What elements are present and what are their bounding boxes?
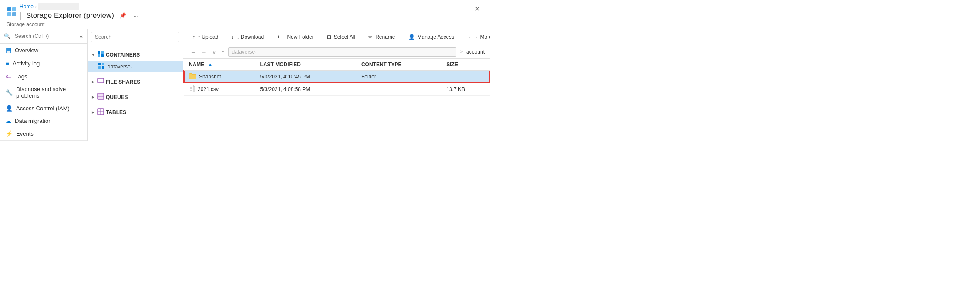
- search-sidebar-icon: 🔍: [4, 33, 10, 39]
- sidebar-item-label-diagnose: Diagnose and solve problems: [16, 86, 82, 99]
- sidebar-item-storage-explorer[interactable]: Storage Explorer (preview): [0, 140, 87, 141]
- table-row[interactable]: 2021.csv 5/3/2021, 4:08:58 PM 13.7 KB: [184, 83, 490, 96]
- svg-rect-19: [98, 93, 104, 99]
- dataverse-icon: [98, 62, 105, 71]
- tree-queues-header[interactable]: ► QUEUES: [88, 91, 183, 103]
- more-icon: ···: [467, 34, 471, 40]
- storage-account-label: Storage account: [0, 20, 490, 29]
- sidebar-item-label-migration: Data migration: [15, 118, 52, 124]
- fileshares-section-icon: [97, 78, 104, 86]
- tree-item-dataverse-label: dataverse-: [108, 64, 132, 70]
- tables-section-icon: [97, 108, 104, 116]
- file-name-2021csv: 2021.csv: [198, 86, 219, 92]
- sidebar-item-tags[interactable]: 🏷 Tags: [0, 70, 87, 83]
- breadcrumb-home[interactable]: Home: [20, 3, 34, 10]
- forward-button[interactable]: →: [199, 48, 209, 56]
- svg-rect-1: [12, 7, 16, 11]
- collapse-sidebar-button[interactable]: «: [79, 33, 84, 40]
- svg-rect-15: [102, 66, 104, 69]
- file-name-cell-2021csv: 2021.csv: [184, 83, 255, 96]
- file-list: NAME ▲ LAST MODIFIED CONTENT TYPE SIZE: [183, 59, 490, 141]
- storage-account-icon: [7, 7, 17, 17]
- tree-item-dataverse[interactable]: dataverse-: [88, 61, 183, 72]
- tree-containers-section: ▼ CONTAINERS: [88, 47, 183, 74]
- left-sidebar: 🔍 « ▦ Overview ≡ Activity log 🏷 Tags: [0, 29, 88, 141]
- svg-rect-0: [7, 7, 11, 11]
- search-sidebar-area: 🔍 «: [0, 29, 87, 44]
- svg-rect-11: [101, 54, 104, 57]
- svg-rect-14: [98, 66, 101, 69]
- tree-fileshares-header[interactable]: ► FILE SHARES: [88, 76, 183, 88]
- sidebar-item-label-activity: Activity log: [13, 60, 40, 67]
- middle-search-input[interactable]: [91, 32, 179, 42]
- tree-containers-header[interactable]: ▼ CONTAINERS: [88, 49, 183, 61]
- sidebar-item-events[interactable]: ⚡ Events: [0, 127, 87, 140]
- svg-rect-3: [12, 12, 16, 16]
- download-button[interactable]: ↓ ↓ Download: [227, 32, 268, 42]
- sidebar-item-access-control[interactable]: 👤 Access Control (IAM): [0, 102, 87, 115]
- select-all-label: Select All: [334, 34, 355, 40]
- svg-rect-10: [98, 54, 100, 57]
- manage-access-button[interactable]: 👤 Manage Access: [404, 32, 458, 42]
- upload-button[interactable]: ↑ ↑ Upload: [189, 32, 222, 42]
- path-input[interactable]: [228, 47, 456, 57]
- middle-search-area: [88, 29, 183, 45]
- sidebar-item-diagnose[interactable]: 🔧 Diagnose and solve problems: [0, 83, 87, 102]
- file-size-snapshot: [441, 71, 490, 83]
- col-last-modified[interactable]: LAST MODIFIED: [255, 59, 356, 71]
- table-header-row: NAME ▲ LAST MODIFIED CONTENT TYPE SIZE: [184, 59, 490, 71]
- up-button[interactable]: ↑: [220, 48, 226, 56]
- sidebar-item-activity-log[interactable]: ≡ Activity log: [0, 57, 87, 70]
- col-name[interactable]: NAME ▲: [184, 59, 255, 71]
- events-icon: ⚡: [6, 130, 13, 137]
- sort-arrow-name: ▲: [208, 61, 213, 68]
- tables-chevron-icon: ►: [91, 110, 95, 115]
- sidebar-item-data-migration[interactable]: ☁ Data migration: [0, 115, 87, 127]
- folder-icon: [189, 73, 196, 80]
- file-table: NAME ▲ LAST MODIFIED CONTENT TYPE SIZE: [183, 59, 490, 96]
- file-content-type-2021csv: [356, 83, 441, 96]
- containers-section-label: CONTAINERS: [106, 52, 140, 58]
- table-row[interactable]: Snapshot 5/3/2021, 4:10:45 PM Folder: [184, 71, 490, 83]
- svg-rect-13: [102, 63, 104, 65]
- csv-file-icon: [189, 85, 195, 93]
- queues-section-label: QUEUES: [106, 94, 128, 100]
- sidebar-item-label-overview: Overview: [15, 47, 38, 54]
- rename-button[interactable]: ✏ Rename: [364, 32, 399, 42]
- more-button[interactable]: ··· ··· More: [463, 32, 490, 42]
- rename-icon: ✏: [368, 34, 373, 40]
- new-folder-button[interactable]: + + New Folder: [273, 32, 318, 42]
- tree-tables-section: ► TABLES: [88, 105, 183, 120]
- sidebar-search-input[interactable]: [12, 32, 77, 41]
- path-end: account: [466, 49, 485, 55]
- access-control-icon: 👤: [6, 105, 13, 112]
- diagnose-icon: 🔧: [6, 89, 13, 96]
- svg-rect-26: [193, 87, 195, 92]
- close-button[interactable]: ✕: [471, 3, 484, 15]
- select-all-button[interactable]: ⊡ Select All: [323, 32, 359, 42]
- col-content-type[interactable]: CONTENT TYPE: [356, 59, 441, 71]
- breadcrumb: Home › — — — — —: [20, 3, 140, 10]
- sidebar-item-label-tags: Tags: [15, 73, 27, 80]
- sidebar-item-overview[interactable]: ▦ Overview: [0, 44, 87, 57]
- svg-rect-16: [98, 78, 104, 83]
- svg-rect-9: [101, 51, 104, 54]
- back-button[interactable]: ←: [189, 48, 198, 56]
- more-label: ··· More: [474, 34, 490, 40]
- upload-label: ↑ Upload: [198, 34, 218, 40]
- download-icon: ↓: [231, 34, 234, 40]
- col-size[interactable]: SIZE: [441, 59, 490, 71]
- sidebar-item-label-access: Access Control (IAM): [16, 105, 70, 112]
- down-button[interactable]: ∨: [210, 48, 218, 56]
- svg-rect-17: [98, 80, 104, 80]
- activity-log-icon: ≡: [6, 60, 9, 67]
- new-folder-label: + New Folder: [283, 34, 314, 40]
- middle-panel: ▼ CONTAINERS: [88, 29, 183, 141]
- tree-tables-header[interactable]: ► TABLES: [88, 106, 183, 118]
- svg-rect-12: [98, 63, 101, 65]
- page-title: Storage Explorer (preview): [26, 11, 114, 20]
- ellipsis-button[interactable]: ···: [131, 11, 141, 20]
- tree-area: ▼ CONTAINERS: [88, 45, 183, 141]
- pin-button[interactable]: 📌: [118, 11, 127, 20]
- file-modified-snapshot: 5/3/2021, 4:10:45 PM: [255, 71, 356, 83]
